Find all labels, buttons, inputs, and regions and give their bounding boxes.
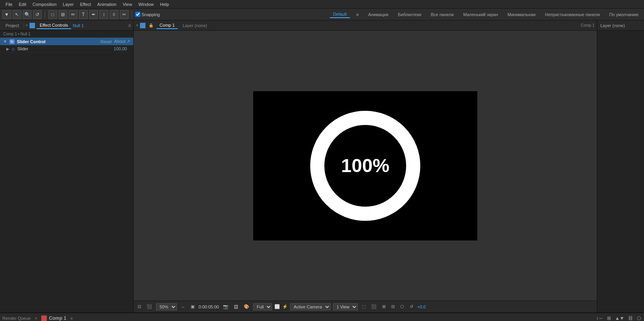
comp1-tab-icon (41, 315, 47, 321)
workspace-libraries[interactable]: Библиотеки (395, 11, 425, 18)
workspace-default2[interactable]: По умолчанию (606, 11, 642, 18)
comp-grid-btn[interactable]: ⊞ (381, 303, 387, 310)
menu-help[interactable]: Help (157, 1, 172, 7)
tool-zoom[interactable]: 🔍 (23, 10, 31, 19)
tl-tool-4[interactable]: ⛓ (627, 315, 634, 321)
comp-fit-icon[interactable]: ⊡ (136, 303, 143, 310)
ec-prop-expand[interactable]: ▶ (6, 47, 9, 51)
ec-expand-arrow[interactable]: ▼ (3, 39, 7, 44)
comp-tab-comp1[interactable]: Comp 1 (156, 22, 178, 29)
ec-null-label: Null 1 (73, 23, 84, 28)
menu-window[interactable]: Window (135, 1, 157, 7)
ec-reset-btn[interactable]: Reset (100, 39, 112, 44)
tool-grid[interactable]: ⊞ (59, 10, 67, 19)
comp-3d-btn[interactable]: ⬡ (399, 303, 406, 310)
effect-controls-panel: Comp 1 • Null 1 ▼ fx Slider Control Rese… (0, 31, 133, 312)
tab-separator: × (35, 316, 37, 321)
tab-project[interactable]: Project (2, 22, 22, 29)
snapping-label: Snapping (135, 12, 160, 17)
layer-panel-title: Layer (none) (600, 23, 625, 28)
menu-view[interactable]: View (120, 1, 135, 7)
tl-tool-1[interactable]: ↕↔ (595, 315, 604, 321)
comp-guides-btn[interactable]: ⊟ (390, 303, 396, 310)
comp-camera-select[interactable]: Active Camera (290, 303, 331, 310)
layer-panel-header: Layer (none) (597, 20, 644, 31)
workspace-small-screen[interactable]: Маленький экран (460, 11, 501, 18)
tool-pen[interactable]: ✏ (69, 10, 77, 19)
comp-region-btn[interactable]: ▣ (189, 303, 196, 310)
tool-select[interactable]: ▼ (2, 10, 11, 19)
ec-prop-keyframe-icon[interactable]: ◇ (12, 47, 15, 51)
workspace-minimal[interactable]: Минимальная (504, 11, 539, 18)
tool-text[interactable]: T (79, 10, 88, 19)
separator-1 (45, 11, 45, 18)
workspace-menu[interactable]: ≡ (353, 11, 362, 18)
main-layout: Project × Effect Controls Null 1 ≡ Comp … (0, 20, 644, 312)
canvas-area: 100% (253, 91, 477, 240)
snapping-checkbox[interactable] (135, 12, 140, 17)
comp-screen-icon[interactable]: ⬛ (145, 303, 154, 310)
left-panel-menu[interactable]: ≡ (128, 23, 131, 28)
comp-icon (140, 23, 145, 28)
tool-rotate[interactable]: ↺ (33, 10, 42, 19)
tl-tool-5[interactable]: ⬡ (636, 315, 642, 321)
comp-fit-btn[interactable]: ↔ (179, 304, 187, 310)
tool-arrow[interactable]: ↖ (13, 10, 21, 19)
comp-transparency-icon[interactable]: ⬜ (274, 304, 280, 309)
comp-panel-tabs: × 🔒 Comp 1 Layer (none) Comp 1 (134, 20, 597, 31)
workspace-animation[interactable]: Анимация (365, 11, 392, 18)
timeline-tab-bar: Render Queue × Comp 1 ≡ ↕↔ ⊞ ▲▼ ⛓ ⬡ (0, 313, 644, 321)
timeline-tools: ↕↔ ⊞ ▲▼ ⛓ ⬡ (595, 315, 642, 321)
tool-rect[interactable]: □ (48, 10, 57, 19)
comp-snapshot-btn[interactable]: 📷 (221, 303, 230, 310)
workspace-undocked[interactable]: Непристыкованные панели (542, 11, 603, 18)
timeline-menu-btn[interactable]: ≡ (70, 316, 73, 321)
render-queue-tab[interactable]: Render Queue (2, 316, 31, 321)
comp-show-snapshot[interactable]: 🖼 (232, 304, 240, 310)
comp-fast-preview[interactable]: ⚡ (282, 304, 288, 309)
ec-breadcrumb: Comp 1 • Null 1 (0, 31, 133, 38)
tl-tool-2[interactable]: ⊞ (606, 315, 612, 321)
workspace-default[interactable]: Default (330, 11, 350, 18)
comp-reset-btn[interactable]: ↺ (408, 303, 415, 310)
workspace-all-panels[interactable]: Все панели (428, 11, 457, 18)
ec-about-btn[interactable]: About ↗ (114, 39, 130, 44)
ec-icon (29, 23, 35, 28)
comp-zoom-select[interactable]: 50% (156, 303, 177, 310)
ec-effect-name: Slider Control (17, 39, 98, 44)
comp-offset-value[interactable]: +0.0 (417, 304, 426, 309)
menu-layer[interactable]: Layer (60, 1, 77, 7)
comp-viewport: 100% (134, 31, 597, 301)
comp-timecode[interactable]: 0:00:05:00 (199, 304, 219, 309)
comp-color-btn[interactable]: 🎨 (242, 303, 251, 310)
comp-transfer-icon[interactable]: ⬚ (360, 303, 367, 310)
comp-tab-comp1-below[interactable]: Comp 1 (581, 23, 594, 28)
menu-animation[interactable]: Animation (94, 1, 120, 7)
left-panel: Project × Effect Controls Null 1 ≡ Comp … (0, 20, 134, 312)
comp-render-icon[interactable]: ⬛ (370, 303, 378, 310)
left-panel-tabs: Project × Effect Controls Null 1 ≡ (0, 20, 133, 31)
tab-effect-controls[interactable]: Effect Controls (37, 22, 71, 29)
menu-file[interactable]: File (2, 1, 16, 7)
separator-2 (132, 11, 132, 18)
menu-edit[interactable]: Edit (16, 1, 29, 7)
tool-puppet[interactable]: ↕ (99, 10, 108, 19)
center-panel: × 🔒 Comp 1 Layer (none) Comp 1 100% ⊡ ⬛ … (134, 20, 597, 312)
workspace-bar: Default ≡ Анимация Библиотеки Все панели… (330, 11, 642, 18)
fx-label: fx (9, 39, 15, 44)
menu-effect[interactable]: Effect (77, 1, 94, 7)
comp-views-select[interactable]: 1 View (333, 303, 358, 310)
ec-prop-value[interactable]: 100,00 (114, 46, 127, 51)
comp1-tab-label[interactable]: Comp 1 (49, 315, 66, 321)
comp-tab-close[interactable]: × (136, 23, 138, 28)
tool-clone[interactable]: ◊ (110, 10, 118, 19)
tool-roto[interactable]: ✂ (120, 10, 129, 19)
tl-tool-3[interactable]: ▲▼ (614, 315, 625, 321)
effect-controls-close[interactable]: × (26, 23, 28, 28)
tool-bezier[interactable]: ✒ (89, 10, 98, 19)
menu-composition[interactable]: Composition (29, 1, 60, 7)
toolbar: ▼ ↖ 🔍 ↺ □ ⊞ ✏ T ✒ ↕ ◊ ✂ Snapping Default… (0, 9, 644, 20)
comp-lock-icon[interactable]: 🔒 (149, 23, 153, 28)
bottom-section: Render Queue × Comp 1 ≡ ↕↔ ⊞ ▲▼ ⛓ ⬡ 0:00… (0, 312, 644, 321)
comp-quality-select[interactable]: Full (253, 303, 272, 310)
